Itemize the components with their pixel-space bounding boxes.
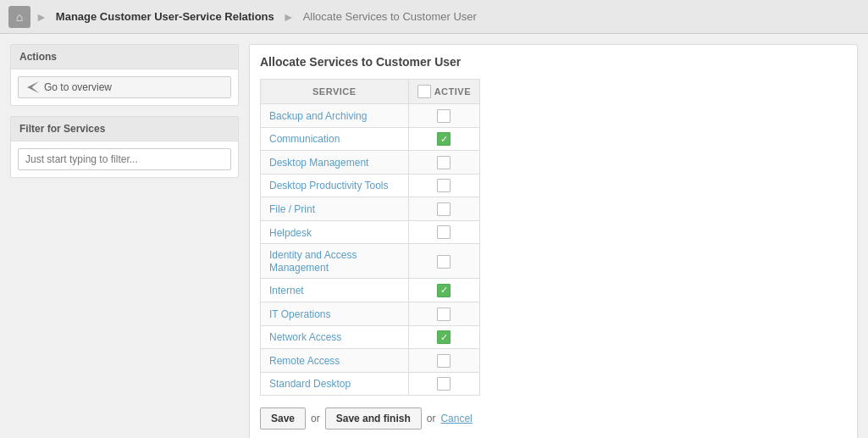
table-row: Standard Desktop bbox=[261, 372, 480, 396]
breadcrumb-arrow-2: ► bbox=[283, 10, 295, 24]
table-row: Internet✓ bbox=[261, 279, 480, 302]
arrow-left-icon bbox=[27, 81, 39, 93]
service-name-cell: File / Print bbox=[261, 197, 409, 221]
service-name[interactable]: Backup and Archiving bbox=[269, 110, 367, 122]
table-row: Communication✓ bbox=[261, 127, 480, 151]
filter-body bbox=[11, 141, 238, 177]
service-active-cell bbox=[408, 197, 479, 221]
go-to-overview-label: Go to overview bbox=[44, 81, 112, 93]
go-to-overview-button[interactable]: Go to overview bbox=[18, 76, 231, 98]
service-checkbox-unchecked[interactable] bbox=[437, 377, 451, 391]
service-checkbox-unchecked[interactable] bbox=[437, 225, 451, 239]
col-active-header: ACTIVE bbox=[408, 80, 479, 104]
separator-1: or bbox=[311, 413, 320, 424]
table-row: File / Print bbox=[261, 197, 480, 221]
table-row: Backup and Archiving bbox=[261, 104, 480, 128]
service-active-cell bbox=[408, 349, 479, 373]
actions-body: Go to overview bbox=[11, 69, 238, 105]
service-checkbox-unchecked[interactable] bbox=[437, 354, 451, 368]
service-name[interactable]: File / Print bbox=[269, 203, 315, 215]
sidebar: Actions Go to overview Filter for Servic… bbox=[10, 44, 239, 438]
table-row: IT Operations bbox=[261, 302, 480, 325]
col-service-header: SERVICE bbox=[261, 80, 409, 104]
main-content: Allocate Services to Customer User SERVI… bbox=[249, 44, 858, 438]
service-checkbox-unchecked[interactable] bbox=[437, 255, 451, 269]
breadcrumb-item-1[interactable]: Manage Customer User-Service Relations bbox=[53, 8, 278, 25]
table-row: Network Access✓ bbox=[261, 325, 480, 349]
service-name[interactable]: Helpdesk bbox=[269, 227, 312, 239]
table-row: Desktop Management bbox=[261, 151, 480, 175]
service-name-cell: IT Operations bbox=[261, 302, 409, 325]
service-checkbox-unchecked[interactable] bbox=[437, 308, 451, 321]
service-active-cell bbox=[408, 220, 479, 244]
service-checkbox-unchecked[interactable] bbox=[437, 202, 451, 216]
home-icon: ⌂ bbox=[16, 10, 23, 24]
services-tbody: Backup and ArchivingCommunication✓Deskto… bbox=[261, 104, 480, 396]
save-button[interactable]: Save bbox=[260, 408, 306, 430]
service-name-cell: Internet bbox=[261, 279, 409, 302]
service-name-cell: Identity and Access Management bbox=[261, 244, 409, 279]
table-row: Identity and Access Management bbox=[261, 244, 480, 279]
service-name[interactable]: Identity and Access Management bbox=[269, 249, 357, 274]
table-header-row: SERVICE ACTIVE bbox=[261, 80, 480, 104]
save-and-finish-button[interactable]: Save and finish bbox=[325, 408, 422, 430]
service-active-cell bbox=[408, 174, 479, 197]
home-button[interactable]: ⌂ bbox=[8, 6, 30, 28]
service-checkbox-unchecked[interactable] bbox=[437, 156, 451, 169]
page-title: Allocate Services to Customer User bbox=[260, 55, 847, 69]
service-name-cell: Communication bbox=[261, 127, 409, 151]
service-active-cell bbox=[408, 302, 479, 325]
service-checkbox-checked[interactable]: ✓ bbox=[437, 132, 451, 146]
service-name-cell: Helpdesk bbox=[261, 220, 409, 244]
active-label: ACTIVE bbox=[434, 86, 471, 97]
cancel-button[interactable]: Cancel bbox=[440, 413, 472, 424]
breadcrumb-arrow-1: ► bbox=[36, 10, 47, 24]
breadcrumb-item-2: Allocate Services to Customer User bbox=[300, 8, 480, 25]
separator-2: or bbox=[427, 413, 436, 424]
table-row: Desktop Productivity Tools bbox=[261, 174, 480, 197]
select-all-checkbox[interactable] bbox=[417, 85, 431, 98]
filter-section: Filter for Services bbox=[10, 116, 239, 178]
service-name-cell: Network Access bbox=[261, 325, 409, 349]
service-active-cell: ✓ bbox=[408, 325, 479, 349]
filter-input[interactable] bbox=[18, 148, 231, 170]
actions-title: Actions bbox=[11, 45, 238, 69]
topbar: ⌂ ► Manage Customer User-Service Relatio… bbox=[0, 0, 868, 34]
service-name[interactable]: Desktop Productivity Tools bbox=[269, 180, 389, 191]
service-name-cell: Desktop Productivity Tools bbox=[261, 174, 409, 197]
service-checkbox-checked[interactable]: ✓ bbox=[437, 330, 451, 344]
service-name[interactable]: Internet bbox=[269, 285, 304, 297]
service-checkbox-unchecked[interactable] bbox=[437, 109, 451, 123]
service-active-cell bbox=[408, 244, 479, 279]
service-name-cell: Standard Desktop bbox=[261, 372, 409, 396]
main-layout: Actions Go to overview Filter for Servic… bbox=[0, 34, 868, 438]
service-name[interactable]: Communication bbox=[269, 133, 340, 145]
service-active-cell bbox=[408, 372, 479, 396]
service-active-cell: ✓ bbox=[408, 127, 479, 151]
service-name[interactable]: Standard Desktop bbox=[269, 378, 351, 390]
table-row: Helpdesk bbox=[261, 220, 480, 244]
service-name[interactable]: Desktop Management bbox=[269, 157, 368, 169]
filter-title: Filter for Services bbox=[11, 117, 238, 141]
services-table: SERVICE ACTIVE Backup and ArchivingCommu… bbox=[260, 79, 480, 396]
service-checkbox-checked[interactable]: ✓ bbox=[437, 284, 451, 297]
service-active-cell: ✓ bbox=[408, 279, 479, 302]
service-active-cell bbox=[408, 104, 479, 128]
service-active-cell bbox=[408, 151, 479, 175]
service-name-cell: Backup and Archiving bbox=[261, 104, 409, 128]
service-name-cell: Desktop Management bbox=[261, 151, 409, 175]
service-name-cell: Remote Access bbox=[261, 349, 409, 373]
service-name[interactable]: IT Operations bbox=[269, 308, 330, 320]
service-name[interactable]: Network Access bbox=[269, 331, 341, 343]
action-row: Save or Save and finish or Cancel bbox=[260, 408, 847, 430]
service-name[interactable]: Remote Access bbox=[269, 355, 340, 367]
service-checkbox-unchecked[interactable] bbox=[437, 179, 451, 192]
table-row: Remote Access bbox=[261, 349, 480, 373]
actions-section: Actions Go to overview bbox=[10, 44, 239, 106]
